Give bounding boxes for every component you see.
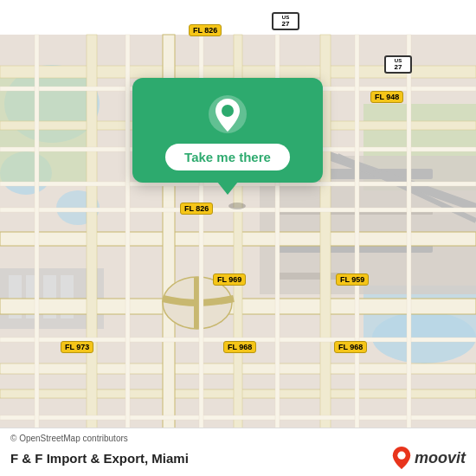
road-badge-fl968-left: FL 968	[223, 341, 256, 353]
place-name: F & F Import & Export, Miami	[10, 451, 189, 466]
svg-point-45	[222, 105, 234, 117]
moovit-logo: moovit	[392, 447, 466, 469]
svg-rect-41	[355, 35, 359, 441]
road-badge-fl826-mid: FL 826	[180, 203, 213, 215]
road-badge-fl969: FL 969	[213, 273, 246, 286]
svg-rect-37	[35, 35, 39, 441]
bottom-bar: © OpenStreetMap contributors F & F Impor…	[0, 428, 476, 476]
road-badge-fl959: FL 959	[336, 273, 369, 286]
road-badge-fl968-right: FL 968	[334, 341, 367, 353]
svg-point-46	[397, 452, 405, 460]
road-badge-fl826-top: FL 826	[189, 24, 222, 36]
popup-card: Take me there	[132, 78, 323, 183]
svg-rect-42	[407, 35, 411, 441]
road-badge-us27-top: US27	[272, 12, 299, 30]
moovit-text: moovit	[415, 449, 466, 467]
road-badge-fl948: FL 948	[370, 91, 403, 103]
svg-rect-36	[0, 415, 476, 420]
svg-point-43	[228, 203, 246, 209]
road-badge-fl973: FL 973	[61, 341, 93, 353]
map-container: FL 826 US27 US27 FL 948 FL 826 FL 969 FL…	[0, 0, 476, 476]
attribution-text: © OpenStreetMap contributors	[10, 434, 466, 443]
moovit-pin-icon	[392, 447, 411, 469]
location-pin-icon	[207, 93, 248, 135]
svg-rect-38	[125, 35, 130, 441]
take-me-there-button[interactable]: Take me there	[165, 144, 290, 170]
road-badge-us27-right: US27	[384, 55, 412, 74]
svg-rect-26	[87, 35, 97, 441]
